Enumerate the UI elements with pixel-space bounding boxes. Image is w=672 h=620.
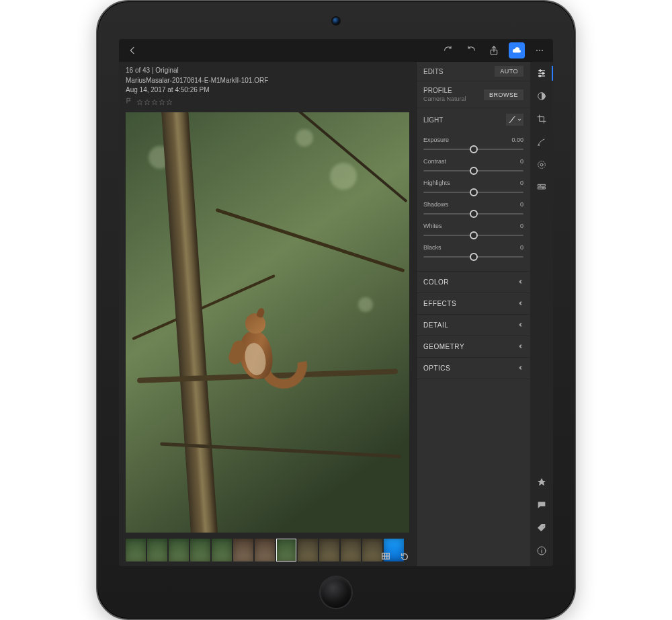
back-button[interactable] xyxy=(124,42,140,59)
slider-highlights[interactable]: Highlights0 xyxy=(423,180,523,196)
slider-shadows[interactable]: Shadows0 xyxy=(423,201,523,217)
svg-point-25 xyxy=(542,188,544,189)
undo-button[interactable] xyxy=(463,42,479,59)
svg-marker-4 xyxy=(137,100,142,105)
slider-knob[interactable] xyxy=(470,167,478,175)
slider-track[interactable] xyxy=(423,189,523,196)
svg-marker-6 xyxy=(152,100,157,105)
svg-marker-7 xyxy=(159,100,165,105)
split-tone-tool-icon[interactable] xyxy=(536,90,548,102)
slider-track[interactable] xyxy=(423,146,523,153)
auto-button[interactable]: AUTO xyxy=(495,66,523,77)
thumbnail[interactable] xyxy=(126,539,146,561)
section-label: GEOMETRY xyxy=(423,343,464,350)
thumbnail[interactable] xyxy=(341,539,361,561)
thumbnail-selected[interactable] xyxy=(276,539,296,561)
light-label: LIGHT xyxy=(423,116,443,124)
svg-point-1 xyxy=(536,50,538,51)
brush-tool-icon[interactable] xyxy=(536,136,548,148)
section-label: OPTICS xyxy=(423,364,450,372)
section-optics[interactable]: OPTICS xyxy=(417,358,530,379)
slider-track[interactable] xyxy=(423,210,523,217)
more-button[interactable] xyxy=(532,42,548,59)
svg-point-3 xyxy=(542,50,543,51)
rating-stars[interactable] xyxy=(136,99,173,106)
svg-point-21 xyxy=(538,161,546,169)
slider-knob[interactable] xyxy=(470,231,478,239)
svg-marker-8 xyxy=(167,100,172,105)
redo-button[interactable] xyxy=(440,42,456,59)
slider-contrast[interactable]: Contrast0 xyxy=(423,158,523,174)
tag-icon[interactable] xyxy=(536,522,548,534)
edits-label: EDITS xyxy=(423,68,443,75)
photo-metadata: 16 of 43 | Original MariusMasalar-201708… xyxy=(119,62,416,110)
section-detail[interactable]: DETAIL xyxy=(417,315,530,336)
slider-knob[interactable] xyxy=(470,210,478,218)
thumbnail[interactable] xyxy=(169,539,189,561)
flag-icon[interactable] xyxy=(126,98,132,108)
thumbnail[interactable] xyxy=(298,539,318,561)
presets-tool-icon[interactable] xyxy=(536,182,548,194)
svg-point-2 xyxy=(539,50,540,51)
thumbnail[interactable] xyxy=(319,539,339,561)
thumbnail[interactable] xyxy=(362,539,382,561)
svg-point-30 xyxy=(541,549,542,549)
svg-rect-22 xyxy=(538,184,546,186)
thumbnail[interactable] xyxy=(255,539,275,561)
edits-row: EDITS AUTO xyxy=(417,62,530,81)
chevron-left-icon xyxy=(518,300,523,307)
slider-knob[interactable] xyxy=(470,145,478,153)
tone-curve-button[interactable] xyxy=(506,114,523,126)
slider-value: 0 xyxy=(520,223,523,229)
chevron-left-icon xyxy=(518,278,523,286)
filmstrip-grid-icon[interactable] xyxy=(381,551,390,564)
photo-counter: 16 of 43 | Original xyxy=(126,66,409,76)
filmstrip[interactable] xyxy=(119,537,416,566)
slider-exposure[interactable]: Exposure0.00 xyxy=(423,137,523,153)
profile-label: PROFILE xyxy=(423,87,466,94)
light-sliders: Exposure0.00Contrast0Highlights0Shadows0… xyxy=(417,131,530,272)
chevron-left-icon xyxy=(518,343,523,350)
slider-whites[interactable]: Whites0 xyxy=(423,223,523,239)
star-icon[interactable] xyxy=(536,476,548,488)
slider-label: Blacks xyxy=(423,244,442,251)
light-header[interactable]: LIGHT xyxy=(417,108,530,131)
thumbnail[interactable] xyxy=(212,539,232,561)
adjust-tool-icon[interactable] xyxy=(536,67,548,79)
main-photo[interactable] xyxy=(126,112,409,533)
share-button[interactable] xyxy=(486,42,502,59)
radial-tool-icon[interactable] xyxy=(536,159,548,171)
filmstrip-reset-icon[interactable] xyxy=(400,551,409,564)
section-label: DETAIL xyxy=(423,321,448,329)
section-color[interactable]: COLOR xyxy=(417,272,530,293)
slider-track[interactable] xyxy=(423,232,523,239)
slider-label: Highlights xyxy=(423,180,450,186)
profile-row: PROFILE Camera Natural BROWSE xyxy=(417,81,530,108)
chevron-left-icon xyxy=(518,364,523,372)
chevron-left-icon xyxy=(518,321,523,329)
slider-knob[interactable] xyxy=(470,188,478,196)
slider-track[interactable] xyxy=(423,167,523,174)
slider-value: 0 xyxy=(520,158,523,165)
info-icon[interactable] xyxy=(536,545,548,557)
slider-value: 0 xyxy=(520,180,523,186)
slider-knob[interactable] xyxy=(470,253,478,261)
top-bar xyxy=(119,39,553,62)
photo-datetime: Aug 14, 2017 at 4:50:26 PM xyxy=(126,85,409,95)
photo-filename: MariusMasalar-20170814-E-M1MarkII-101.OR… xyxy=(126,76,409,86)
cloud-sync-button[interactable] xyxy=(509,42,525,59)
section-geometry[interactable]: GEOMETRY xyxy=(417,336,530,358)
slider-blacks[interactable]: Blacks0 xyxy=(423,244,523,260)
slider-label: Whites xyxy=(423,223,442,229)
tool-rail xyxy=(530,62,553,566)
thumbnail[interactable] xyxy=(233,539,253,561)
comment-icon[interactable] xyxy=(536,499,548,511)
thumbnail[interactable] xyxy=(147,539,167,561)
browse-button[interactable]: BROWSE xyxy=(484,89,523,100)
active-tool-indicator xyxy=(552,66,553,81)
crop-tool-icon[interactable] xyxy=(536,113,548,125)
thumbnail[interactable] xyxy=(190,539,210,561)
section-effects[interactable]: EFFECTS xyxy=(417,293,530,315)
slider-track[interactable] xyxy=(423,254,523,260)
slider-label: Shadows xyxy=(423,201,448,208)
